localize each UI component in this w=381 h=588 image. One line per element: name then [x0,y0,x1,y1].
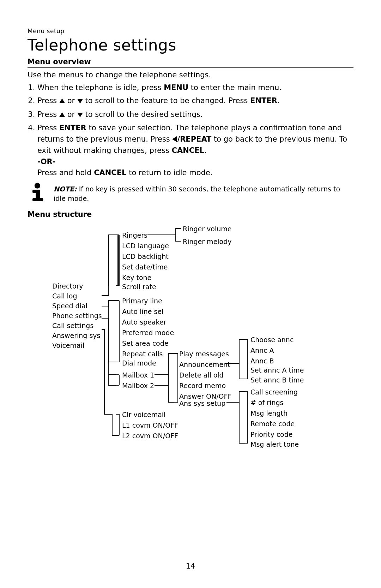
svg-marker-0 [59,99,65,103]
tree-item: Directory [52,282,83,290]
tree-item: Auto speaker [122,318,166,326]
step-3: Press or to scroll to the desired settin… [37,109,353,121]
tree-item: Play messages [179,350,229,358]
tree-item: Repeat calls [122,350,163,358]
intro-text: Use the menus to change the telephone se… [28,70,353,81]
section-label: Menu setup [28,28,353,35]
tree-item: Voicemail [52,341,84,349]
heading-overview: Menu overview [28,58,353,68]
left-arrow-icon [172,134,177,145]
tree-item: Set annc A time [250,366,304,374]
tree-item: Announcement [179,361,230,368]
tree-item: Record memo [179,382,226,390]
overview-body: Use the menus to change the telephone se… [28,70,353,179]
tree-item: Phone settings [52,312,105,320]
menu-tree-diagram: Directory Call log Speed dial Phone sett… [28,222,353,455]
svg-marker-3 [77,113,83,117]
tree-item: Set date/time [122,263,168,271]
step-2: Press or to scroll to the feature to be … [37,95,353,107]
page-title: Telephone settings [28,36,353,54]
tree-item: Primary line [122,297,162,305]
manual-page: Menu setup Telephone settings Menu overv… [0,0,381,588]
tree-item: Call log [52,292,77,300]
tree-item: Annc B [250,357,274,365]
tree-item: Ringer melody [183,238,232,245]
tree-item: Priority code [250,430,292,438]
svg-marker-4 [172,136,177,142]
note-block: NOTE: If no key is pressed within 30 sec… [28,184,353,204]
tree-item: Ringer volume [183,225,232,233]
note-text: NOTE: If no key is pressed within 30 sec… [54,184,353,204]
tree-item: # of rings [250,399,283,406]
tree-item: Call screening [250,388,298,396]
tree-item: Key tone [122,274,151,281]
tree-item: Set annc B time [250,376,304,384]
svg-marker-2 [59,112,65,117]
tree-item: Auto line sel [122,308,163,315]
tree-item: Delete all old [179,371,224,379]
tree-item: Msg alert tone [250,440,299,448]
tree-item: Annc A [250,346,274,354]
up-arrow-icon [59,109,65,121]
svg-marker-1 [77,99,83,103]
down-arrow-icon [77,109,83,121]
svg-rect-8 [32,198,43,201]
tree-item: Remote code [250,420,295,428]
tree-item: LCD backlight [122,253,169,260]
heading-structure: Menu structure [28,210,353,219]
step-1: When the telephone is idle, press MENU t… [37,82,353,94]
or-label: -OR- [37,158,55,166]
tree-item: LCD language [122,242,169,250]
tree-item: Clr voicemail [122,411,165,418]
tree-item: Scroll rate [122,283,156,291]
svg-point-5 [35,183,40,188]
tree-item: Choose annc [250,336,294,344]
tree-item: Mailbox 2 [122,382,154,390]
tree-item: Msg length [250,409,288,417]
tree-item: Dial mode [122,359,156,367]
page-number: 14 [0,562,381,570]
tree-item: Set area code [122,339,168,347]
tree-item: L1 covm ON/OFF [122,421,178,429]
tree-item: L2 covm ON/OFF [122,432,178,440]
step-4: Press ENTER to save your selection. The … [37,123,353,179]
tree-item: Ringers [122,231,147,239]
tree-item: Call settings [52,322,93,329]
tree-item: Answer ON/OFF [179,392,231,400]
info-icon [28,182,47,201]
down-arrow-icon [77,96,83,107]
tree-item: Speed dial [52,302,87,310]
tree-item: Answering sys [52,332,100,339]
up-arrow-icon [59,96,65,107]
tree-item: Preferred mode [122,329,174,337]
tree-item: Ans sys setup [179,399,225,407]
tree-item: Mailbox 1 [122,371,154,379]
